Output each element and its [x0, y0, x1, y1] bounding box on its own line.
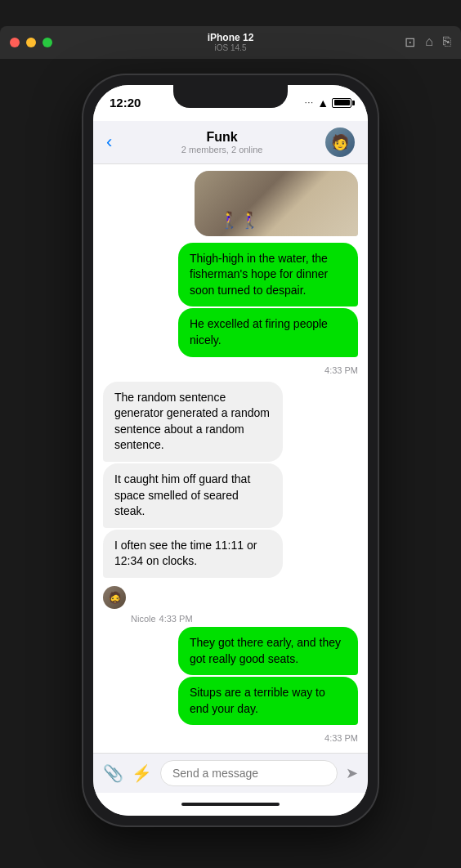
message-text-out-1: Thigh-high in the water, the fisherman's… — [190, 252, 328, 297]
outgoing-group-2: They got there early, and they got reall… — [103, 627, 358, 727]
device-subtitle: iOS 14.5 — [208, 43, 254, 52]
battery-fill — [334, 100, 350, 105]
image-bubble: 🚶‍♀️🚶‍♀️ — [195, 171, 358, 236]
screenshot-icon[interactable]: ⊡ — [405, 34, 415, 50]
sender-avatar: 🧔 — [103, 586, 126, 609]
timestamp-1: 4:33 PM — [103, 365, 358, 375]
message-text-in-2: It caught him off guard that space smell… — [114, 472, 250, 517]
sender-row: 🧔 — [103, 586, 358, 609]
title-bar-icons: ⊡ ⌂ ⎘ — [405, 34, 451, 50]
chat-status: 2 members, 2 online — [119, 145, 325, 154]
incoming-group-1: The random sentence generator generated … — [103, 382, 358, 579]
sender-info: Nicole 4:33 PM — [131, 614, 358, 624]
notch — [173, 85, 288, 108]
image-placeholder: 🚶‍♀️🚶‍♀️ — [195, 171, 358, 236]
image-message-group: 🚶‍♀️🚶‍♀️ — [103, 171, 358, 239]
lightning-icon[interactable]: ⚡ — [132, 763, 152, 783]
message-bubble-in-2: It caught him off guard that space smell… — [103, 463, 283, 528]
message-bubble-out-2: He excelled at firing people nicely. — [178, 308, 358, 356]
message-bubble-out-3: They got there early, and they got reall… — [178, 627, 358, 675]
phone-screen: 12:20 ··· ▲ ‹ Funk 2 members, 2 online 🧑 — [93, 85, 368, 817]
status-icons: ··· ▲ — [305, 96, 351, 110]
sender-name: Nicole — [131, 614, 156, 624]
message-text-out-3: They got there early, and they got reall… — [190, 636, 341, 665]
attachment-icon[interactable]: 📎 — [103, 763, 123, 783]
signal-icon: ··· — [305, 98, 314, 107]
status-time: 12:20 — [110, 96, 141, 110]
message-text-out-2: He excelled at firing people nicely. — [190, 317, 328, 347]
close-button[interactable] — [10, 38, 20, 47]
status-bar: 12:20 ··· ▲ — [93, 85, 368, 121]
message-bubble-out-4: Situps are a terrible way to end your da… — [178, 677, 358, 725]
message-text-in-1: The random sentence generator generated … — [114, 391, 270, 452]
input-bar: 📎 ⚡ ➤ — [93, 753, 368, 793]
battery-icon — [332, 98, 351, 108]
message-input[interactable] — [160, 760, 338, 786]
back-button[interactable]: ‹ — [106, 133, 112, 151]
title-bar-center: iPhone 12 iOS 14.5 — [208, 32, 254, 52]
message-bubble-in-3: I often see the time 11:11 or 12:34 on c… — [103, 530, 283, 578]
message-text-in-3: I often see the time 11:11 or 12:34 on c… — [114, 539, 257, 568]
message-bubble-out-1: Thigh-high in the water, the fisherman's… — [178, 243, 358, 307]
chat-body: 🚶‍♀️🚶‍♀️ Thigh-high in the water, the fi… — [93, 164, 368, 754]
sender-time: 4:33 PM — [159, 614, 193, 624]
message-bubble-in-1: The random sentence generator generated … — [103, 382, 283, 462]
chat-name: Funk — [119, 130, 325, 145]
title-bar: iPhone 12 iOS 14.5 ⊡ ⌂ ⎘ — [0, 26, 461, 59]
maximize-button[interactable] — [43, 38, 52, 47]
home-icon[interactable]: ⌂ — [425, 34, 433, 50]
rotate-icon[interactable]: ⎘ — [443, 34, 451, 50]
outgoing-group-1: Thigh-high in the water, the fisherman's… — [103, 243, 358, 359]
phone-frame: 12:20 ··· ▲ ‹ Funk 2 members, 2 online 🧑 — [83, 75, 378, 826]
header-center: Funk 2 members, 2 online — [119, 130, 325, 154]
send-icon[interactable]: ➤ — [346, 764, 358, 782]
minimize-button[interactable] — [26, 38, 36, 47]
image-figures: 🚶‍♀️🚶‍♀️ — [219, 210, 260, 230]
home-indicator — [93, 793, 368, 816]
chat-header: ‹ Funk 2 members, 2 online 🧑 — [93, 121, 368, 164]
home-bar — [181, 803, 280, 806]
message-text-out-4: Situps are a terrible way to end your da… — [190, 686, 325, 715]
app-window: iPhone 12 iOS 14.5 ⊡ ⌂ ⎘ 12:20 ··· ▲ — [0, 26, 461, 843]
device-title: iPhone 12 — [208, 32, 254, 43]
wifi-icon: ▲ — [317, 96, 329, 110]
contact-avatar[interactable]: 🧑 — [325, 128, 355, 157]
timestamp-2: 4:33 PM — [103, 733, 358, 743]
